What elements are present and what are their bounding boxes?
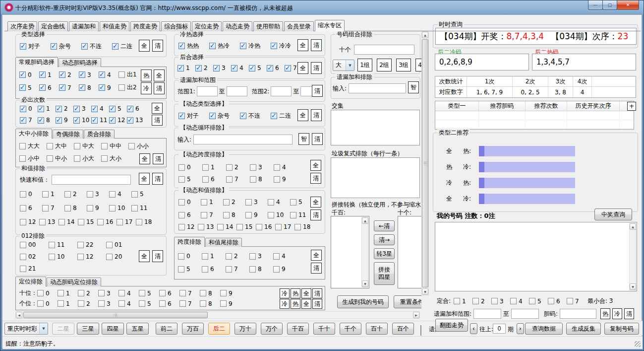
checkbox-option[interactable]: 2 bbox=[195, 65, 213, 71]
checkbox-option[interactable]: 8 bbox=[250, 176, 274, 183]
main-tab[interactable]: 缩水专区 bbox=[315, 20, 345, 31]
checkbox-option[interactable]: 17 bbox=[275, 223, 294, 230]
checkbox-option[interactable]: 6 bbox=[548, 298, 567, 305]
scroll-up-icon[interactable]: ▲ bbox=[630, 223, 636, 230]
all-button[interactable]: 全 bbox=[139, 153, 150, 164]
checkbox-option[interactable]: 1 bbox=[39, 71, 59, 78]
spin-right-button[interactable]: › bbox=[517, 323, 524, 334]
checkbox-option[interactable]: 13 bbox=[39, 218, 59, 225]
checkbox-option[interactable]: 二连 bbox=[112, 42, 143, 51]
all-button[interactable]: 全 bbox=[152, 103, 163, 114]
clear-button[interactable]: 清 bbox=[312, 299, 322, 309]
main-tab[interactable]: 动态走势 bbox=[223, 21, 252, 31]
clear-button[interactable]: 清 bbox=[312, 85, 323, 97]
all-button[interactable]: 全 bbox=[139, 173, 150, 185]
range1-to-input[interactable] bbox=[227, 86, 247, 96]
checkbox-option[interactable]: 2 bbox=[78, 290, 98, 297]
checkbox-option[interactable]: 0 bbox=[178, 199, 201, 206]
checkbox-option[interactable]: 11 bbox=[290, 211, 312, 218]
checkbox-option[interactable]: 9 bbox=[87, 205, 109, 211]
checkbox-option[interactable]: 12 bbox=[20, 218, 39, 225]
clear-button[interactable]: 清 bbox=[310, 173, 321, 184]
checkbox-option[interactable]: 2 bbox=[56, 105, 73, 112]
to-3star-button[interactable]: 转3星 bbox=[374, 248, 395, 259]
all-button[interactable]: 全 bbox=[297, 39, 308, 51]
checkbox-option[interactable]: 11 bbox=[131, 205, 154, 211]
checkbox-option[interactable]: 4 bbox=[268, 199, 290, 206]
position-mode-button[interactable]: 前二 bbox=[156, 323, 177, 335]
tab[interactable]: 大中小排除 bbox=[15, 129, 52, 139]
checkbox-option[interactable]: 5 bbox=[178, 266, 202, 273]
checkbox-option[interactable]: 3 bbox=[249, 253, 273, 260]
checkbox-option[interactable]: 7 bbox=[42, 205, 64, 211]
checkbox-option[interactable]: 大大 bbox=[19, 142, 47, 150]
junk-exclude-textarea[interactable] bbox=[331, 157, 420, 198]
checkbox-option[interactable]: 7 bbox=[226, 176, 250, 183]
clear-button[interactable]: 清 bbox=[154, 82, 165, 94]
star-mode-button[interactable]: 四星 bbox=[102, 323, 124, 335]
size-dropdown[interactable]: 大 ▼ bbox=[333, 60, 354, 71]
clear-button[interactable]: 清 bbox=[312, 288, 322, 298]
hot-button[interactable]: 热 bbox=[600, 308, 610, 319]
miss-range-to-input[interactable] bbox=[511, 309, 539, 319]
checkbox-option[interactable]: 0 bbox=[178, 253, 202, 260]
join-4star-button[interactable]: 拼接四星 bbox=[374, 262, 395, 285]
checkbox-option[interactable]: 冷冷 bbox=[271, 42, 301, 50]
checkbox-option[interactable]: 5 bbox=[139, 290, 159, 297]
position-mode-button[interactable]: 千百 bbox=[287, 323, 309, 335]
checkbox-option[interactable]: 6 bbox=[159, 300, 179, 307]
position-mode-button[interactable]: 千十 bbox=[313, 323, 335, 335]
checkbox-option[interactable]: 9 bbox=[245, 211, 268, 218]
checkbox-option[interactable]: 2 bbox=[226, 164, 250, 171]
copy-numbers-button[interactable]: 复制号码 bbox=[604, 323, 639, 335]
all-button[interactable]: 全 bbox=[301, 288, 311, 298]
resize-grip[interactable] bbox=[635, 341, 641, 347]
checkbox-option[interactable]: 9 bbox=[56, 117, 73, 124]
position-mode-button[interactable]: 千个 bbox=[340, 323, 361, 335]
combo-exclude-input[interactable] bbox=[354, 45, 414, 55]
checkbox-option[interactable]: 10 bbox=[268, 211, 290, 218]
checkbox-option[interactable]: 6 bbox=[127, 105, 145, 112]
all-button[interactable]: 全 bbox=[139, 40, 150, 52]
checkbox-option[interactable]: 5 bbox=[249, 65, 267, 71]
checkbox-option[interactable]: 8 bbox=[64, 205, 87, 211]
maximize-button[interactable]: ▢ bbox=[602, 0, 617, 10]
textarea-scrollbar[interactable]: ▲ ▼ bbox=[629, 223, 636, 290]
checkbox-option[interactable]: 8 bbox=[79, 84, 99, 91]
main-tab[interactable]: 跨度走势 bbox=[130, 21, 160, 31]
checkbox-option[interactable]: 7 bbox=[179, 300, 200, 307]
scroll-down-icon[interactable]: ▼ bbox=[422, 288, 428, 295]
checkbox-option[interactable]: 杂号 bbox=[51, 42, 81, 51]
checkbox-option[interactable]: 9 bbox=[220, 290, 240, 297]
smart-button[interactable]: 智 bbox=[298, 133, 309, 145]
clear-button[interactable]: 清 bbox=[310, 210, 321, 220]
checkbox-option[interactable]: 4 bbox=[118, 300, 139, 307]
checkbox-option[interactable]: 不连 bbox=[240, 112, 271, 120]
checkbox-option[interactable]: 4 bbox=[274, 164, 297, 171]
checkbox-option[interactable]: 18 bbox=[136, 218, 155, 225]
clear-button[interactable]: 清 bbox=[152, 40, 163, 52]
checkbox-option[interactable]: 1 bbox=[201, 199, 223, 206]
checkbox-option[interactable]: 4 bbox=[91, 105, 109, 112]
checkbox-option[interactable]: 18 bbox=[294, 223, 314, 230]
scrollbar-thumb[interactable] bbox=[422, 39, 428, 287]
checkbox-option[interactable]: 小大 bbox=[74, 154, 101, 163]
tab[interactable]: 奇偶排除 bbox=[53, 130, 83, 139]
checkbox-option[interactable]: 中小 bbox=[47, 154, 74, 163]
all-button[interactable]: 全 bbox=[311, 250, 322, 261]
clear-button[interactable]: 清 bbox=[311, 62, 322, 74]
generate-to-mine-button[interactable]: 生成到我的号码 bbox=[337, 295, 389, 308]
checkbox-option[interactable]: 小中 bbox=[19, 154, 47, 163]
checkbox-option[interactable]: 12 bbox=[77, 253, 106, 260]
all-button[interactable]: 全 bbox=[154, 70, 165, 81]
checkbox-option[interactable]: 0 bbox=[37, 290, 58, 297]
checkbox-option[interactable]: 0 bbox=[19, 71, 39, 78]
clear-button[interactable]: 清 bbox=[152, 173, 163, 185]
listbox-scrollbar[interactable]: ▲ ▼ bbox=[361, 217, 368, 287]
tab[interactable]: 定位排除 bbox=[15, 277, 46, 286]
checkbox-option[interactable]: 3 bbox=[79, 71, 99, 78]
star-mode-button[interactable]: 三星 bbox=[77, 323, 99, 335]
tab[interactable]: 常规胆码选择 bbox=[15, 57, 58, 67]
checkbox-option[interactable]: 4 bbox=[231, 65, 249, 71]
checkbox-option[interactable]: 14 bbox=[59, 218, 78, 225]
